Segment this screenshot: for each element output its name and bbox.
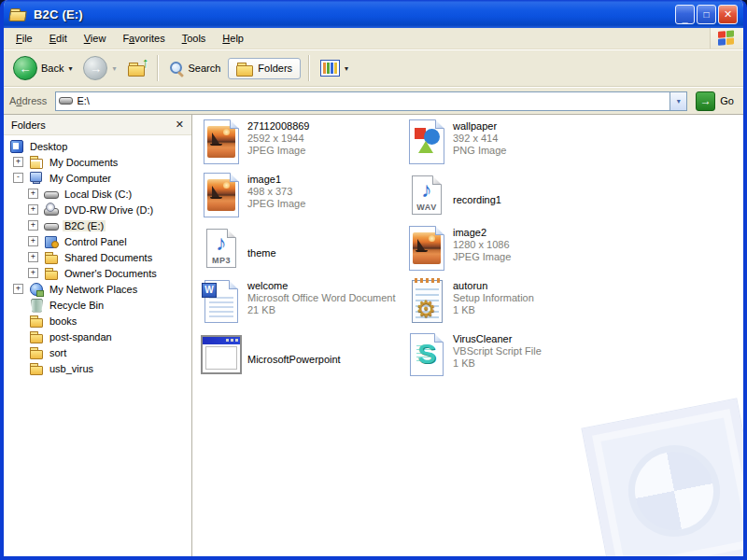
tree-item-post-spandan[interactable]: post-spandan xyxy=(4,329,191,344)
forward-button[interactable]: → ▾ xyxy=(79,54,120,82)
expand-icon[interactable]: + xyxy=(28,220,38,231)
folders-panel-header: Folders ✕ xyxy=(4,115,191,135)
tree-item-control-panel[interactable]: + Control Panel xyxy=(4,233,191,249)
window-title: B2C (E:) xyxy=(34,7,83,21)
control-panel-icon xyxy=(44,234,59,249)
png-image-icon xyxy=(409,119,444,164)
file-tile-27112008869[interactable]: 271120088692592 x 1944JPEG Image xyxy=(201,119,406,173)
menu-edit[interactable]: Edit xyxy=(41,31,76,46)
back-label: Back xyxy=(41,63,63,74)
watermark-photo-frame xyxy=(600,417,743,556)
back-dropdown-icon[interactable]: ▾ xyxy=(68,64,72,73)
folders-icon xyxy=(236,62,254,76)
expand-icon[interactable]: + xyxy=(28,268,38,278)
selected-tree-label: B2C (E:) xyxy=(63,220,106,231)
watermark-globe-icon xyxy=(621,438,728,545)
hard-drive-icon xyxy=(44,187,59,202)
minimize-button[interactable]: _ xyxy=(675,5,695,24)
views-dropdown-icon: ▾ xyxy=(345,64,348,73)
toolbar-separator xyxy=(308,55,309,81)
expand-icon[interactable]: + xyxy=(28,236,38,246)
menu-favorites[interactable]: Favorites xyxy=(114,31,173,46)
application-window-icon xyxy=(201,335,242,374)
go-button[interactable]: → Go xyxy=(692,91,738,111)
tree-item-my-network-places[interactable]: + My Network Places xyxy=(4,281,191,297)
file-tile-viruscleaner[interactable]: S VirusCleanerVBScript Script File1 KB xyxy=(406,332,612,385)
maximize-button[interactable]: □ xyxy=(697,5,716,24)
file-tile-recording1[interactable]: ♪WAV recording1 xyxy=(406,173,612,226)
file-tile-microsoftpowerpoint[interactable]: MicrosoftPowerpoint xyxy=(201,332,406,385)
file-tile-image2[interactable]: image21280 x 1086JPEG Image xyxy=(406,226,612,279)
tree-item-books[interactable]: books xyxy=(4,313,191,329)
folder-icon xyxy=(44,250,59,265)
windows-logo-panel xyxy=(710,28,743,49)
search-icon xyxy=(169,61,185,77)
folder-icon xyxy=(29,345,44,360)
tree-item-sort[interactable]: sort xyxy=(4,344,191,360)
address-input[interactable]: E:\ ▾ xyxy=(55,91,687,111)
file-tile-autorun[interactable]: ⚙ autorunSetup Information1 KB xyxy=(406,279,612,332)
vbscript-file-icon: S xyxy=(410,333,444,376)
address-dropdown-button[interactable]: ▾ xyxy=(669,92,686,110)
menu-view[interactable]: View xyxy=(76,31,115,46)
menu-file[interactable]: File xyxy=(7,31,41,46)
pictures-watermark xyxy=(583,399,743,556)
address-value: E:\ xyxy=(77,95,89,106)
menu-tools[interactable]: Tools xyxy=(174,31,215,46)
mp3-audio-icon: ♪MP3 xyxy=(206,229,236,268)
file-tile-image1[interactable]: image1498 x 373JPEG Image xyxy=(201,173,406,226)
tree-item-shared-documents[interactable]: + Shared Documents xyxy=(4,249,191,265)
close-icon: ✕ xyxy=(724,8,732,21)
file-tile-wallpaper[interactable]: wallpaper392 x 414PNG Image xyxy=(406,119,612,173)
close-panel-icon[interactable]: ✕ xyxy=(176,119,184,131)
drive-icon xyxy=(59,97,73,105)
setup-information-icon: ⚙ xyxy=(412,280,443,323)
tree-item-usb-virus[interactable]: usb_virus xyxy=(4,360,191,376)
expand-icon[interactable]: + xyxy=(13,284,23,294)
expand-icon[interactable]: + xyxy=(13,157,23,167)
tree-item-local-disk-c[interactable]: + Local Disk (C:) xyxy=(4,186,191,202)
folder-icon xyxy=(29,361,44,376)
forward-icon: → xyxy=(83,56,107,80)
menu-help[interactable]: Help xyxy=(214,31,252,46)
views-button[interactable]: ▾ xyxy=(317,58,352,78)
go-label: Go xyxy=(720,95,734,106)
expand-icon[interactable]: + xyxy=(28,204,38,215)
folder-icon xyxy=(44,266,59,281)
file-tile-theme[interactable]: ♪MP3 theme xyxy=(201,226,406,279)
folder-icon xyxy=(29,314,44,329)
back-icon: ← xyxy=(13,56,37,80)
expand-icon[interactable]: + xyxy=(28,189,38,199)
up-button[interactable]: ↑ xyxy=(124,60,149,77)
collapse-icon[interactable]: - xyxy=(13,173,23,183)
tree-item-dvd-drive-d[interactable]: + DVD-RW Drive (D:) xyxy=(4,202,191,217)
menu-bar: File Edit View Favorites Tools Help xyxy=(4,28,743,49)
tree-item-b2c-e[interactable]: + B2C (E:) xyxy=(4,217,191,233)
expand-icon[interactable]: + xyxy=(28,252,38,262)
wav-audio-icon: ♪WAV xyxy=(412,175,442,215)
tree-item-my-documents[interactable]: + My Documents xyxy=(4,154,191,170)
gear-icon: ⚙ xyxy=(416,298,437,320)
desktop-icon xyxy=(9,139,24,154)
folders-panel: Folders ✕ Desktop + My Documents - My Co… xyxy=(4,115,192,556)
search-label: Search xyxy=(189,63,221,74)
tree-item-owners-documents[interactable]: + Owner's Documents xyxy=(4,265,191,281)
address-label: Address xyxy=(9,95,50,106)
toolbar-separator xyxy=(157,55,158,81)
back-button[interactable]: ← Back ▾ xyxy=(9,54,76,82)
word-document-icon: W xyxy=(204,280,238,323)
folders-panel-title: Folders xyxy=(11,119,46,131)
dvd-drive-icon xyxy=(44,203,59,217)
tree-item-recycle-bin[interactable]: Recycle Bin xyxy=(4,297,191,313)
file-tiles: 271120088692592 x 1944JPEG Image wallpap… xyxy=(201,119,612,385)
jpeg-image-icon xyxy=(409,226,444,271)
file-tile-welcome[interactable]: W welcomeMicrosoft Office Word Document2… xyxy=(201,279,406,332)
tree-item-my-computer[interactable]: - My Computer xyxy=(4,170,191,186)
folders-button[interactable]: Folders xyxy=(228,58,301,79)
search-button[interactable]: Search xyxy=(165,59,225,78)
network-places-icon xyxy=(29,282,44,297)
tree-item-desktop[interactable]: Desktop xyxy=(4,138,191,154)
close-button[interactable]: ✕ xyxy=(718,5,738,24)
hard-drive-icon xyxy=(44,218,59,233)
go-arrow-icon: → xyxy=(696,91,715,111)
